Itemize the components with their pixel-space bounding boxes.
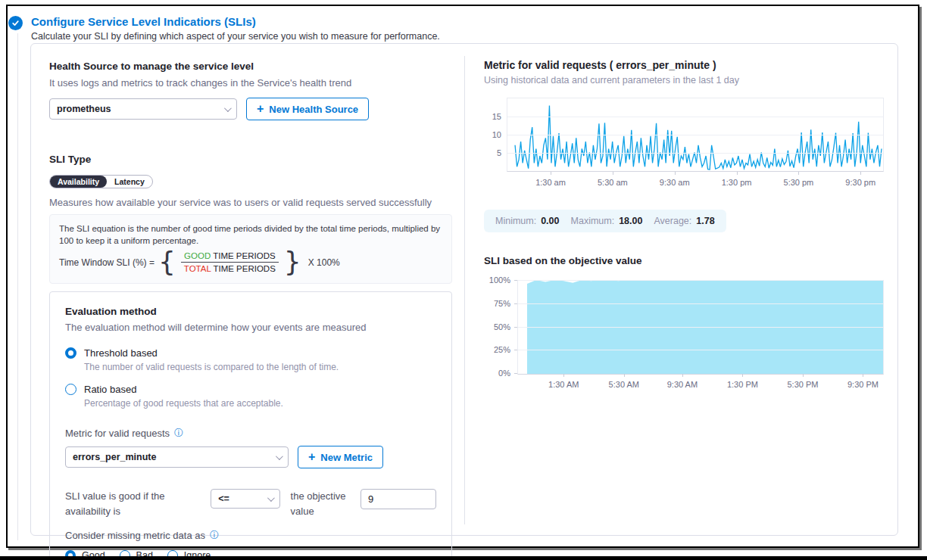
plus-icon: + xyxy=(257,103,264,115)
formula-denominator: TIME PERIODS xyxy=(213,264,275,273)
threshold-based-description: The number of valid requests is compared… xyxy=(84,362,436,372)
formula-suffix: X 100% xyxy=(308,257,340,268)
sli-type-label: SLI Type xyxy=(49,154,452,165)
y-axis-tick-label: 10 xyxy=(483,130,501,139)
threshold-based-label: Threshold based xyxy=(84,347,158,359)
step-complete-check-icon xyxy=(8,16,23,30)
y-axis-tick-label: 15 xyxy=(483,112,501,121)
evaluation-method-box: Evaluation method The evaluation method … xyxy=(49,291,452,560)
config-column: Health Source to manage the service leve… xyxy=(49,61,452,560)
stat-avg-value: 1.78 xyxy=(696,216,714,226)
ratio-based-label: Ratio based xyxy=(84,384,136,395)
page-title: Configure Service Level Indicatiors (SLI… xyxy=(31,15,256,28)
metric-selected-value: errors_per_minute xyxy=(73,452,156,462)
sli-objective-chart: 100%75%50%25%0%1:30 AM5:30 AM9:30 AM1:30… xyxy=(517,280,884,394)
x-axis-tick-label: 5:30 AM xyxy=(609,380,639,389)
info-icon[interactable]: ⓘ xyxy=(210,529,219,542)
sli-chart-plot[interactable]: 100%75%50%25%0%1:30 AM5:30 AM9:30 AM1:30… xyxy=(517,280,884,375)
stat-max-value: 18.00 xyxy=(619,216,642,226)
x-axis-tick-label: 9:30 PM xyxy=(847,380,879,389)
sli-equation-formula: Time Window SLI (%) = { GOOD TIME PERIOD… xyxy=(59,250,442,274)
x-axis-tick-label: 9:30 am xyxy=(660,178,690,187)
column-divider xyxy=(464,56,465,524)
sli-condition-middle: the objective value xyxy=(291,489,350,519)
new-metric-button[interactable]: + New Metric xyxy=(298,446,383,468)
x-axis-tick-label: 9:30 pm xyxy=(845,178,876,187)
health-source-selected-value: prometheus xyxy=(57,104,111,114)
operator-select[interactable]: <= xyxy=(211,489,279,509)
sli-type-description: Measures how available your service was … xyxy=(49,197,452,208)
x-axis-tick-label: 9:30 AM xyxy=(667,380,698,389)
ratio-based-description: Percentage of good requests that are acc… xyxy=(84,398,436,409)
right-brace: } xyxy=(284,251,301,273)
sli-type-toggle: Availability Latency xyxy=(49,175,153,188)
new-health-source-button[interactable]: + New Health Source xyxy=(246,98,369,120)
chevron-down-icon xyxy=(267,494,275,502)
plus-icon: + xyxy=(308,451,315,463)
metric-valid-requests-label: Metric for valid requests xyxy=(65,428,170,439)
health-source-select[interactable]: prometheus xyxy=(49,98,237,120)
formula-prefix: Time Window SLI (%) = xyxy=(59,257,154,268)
stepper-rail xyxy=(17,33,18,540)
info-icon[interactable]: ⓘ xyxy=(174,427,183,440)
sli-chart-title: SLI based on the objective value xyxy=(484,255,884,266)
evaluation-method-description: The evaluation method will determine how… xyxy=(65,322,436,333)
page-subtitle: Calculate your SLI by defining which asp… xyxy=(31,31,440,42)
chevron-down-icon xyxy=(276,453,283,460)
x-axis-tick-label: 1:30 PM xyxy=(727,380,758,389)
preview-column: Metric for valid requests ( errors_per_m… xyxy=(484,59,884,394)
app-window: Configure Service Level Indicatiors (SLI… xyxy=(6,5,919,548)
sli-config-card: Health Source to manage the service leve… xyxy=(30,43,898,536)
y-axis-tick-label: 75% xyxy=(483,299,510,308)
y-axis-tick-label: 5 xyxy=(483,148,501,157)
x-axis-tick-label: 1:30 AM xyxy=(548,380,579,389)
y-axis-tick-label: 25% xyxy=(483,345,510,354)
y-axis-tick-label: 50% xyxy=(483,322,510,331)
new-health-source-label: New Health Source xyxy=(269,104,358,115)
metric-select[interactable]: errors_per_minute xyxy=(65,446,289,468)
metric-chart-subtitle: Using historical data and current parame… xyxy=(484,75,884,86)
formula-numerator: TIME PERIODS xyxy=(213,251,275,260)
radio-threshold-based[interactable] xyxy=(65,347,76,359)
chevron-down-icon xyxy=(224,104,232,112)
x-axis-tick-label: 1:30 am xyxy=(535,178,566,187)
sli-type-option-latency[interactable]: Latency xyxy=(107,176,152,188)
x-axis-tick-label: 5:30 pm xyxy=(784,178,814,187)
x-axis-tick-label: 1:30 pm xyxy=(722,178,752,187)
formula-good: GOOD xyxy=(184,251,211,260)
operator-selected-value: <= xyxy=(218,493,229,504)
new-metric-label: New Metric xyxy=(320,452,373,463)
metric-chart-title: Metric for valid requests ( errors_per_m… xyxy=(484,59,884,71)
y-axis-tick-label: 100% xyxy=(483,275,510,285)
objective-value-input[interactable] xyxy=(360,489,436,509)
sli-type-option-availability[interactable]: Availability xyxy=(50,176,107,188)
stat-avg-label: Average: xyxy=(654,216,691,226)
x-axis-tick-label: 5:30 PM xyxy=(787,380,818,389)
formula-total: TOTAL xyxy=(184,264,211,273)
y-axis-tick-label: 0% xyxy=(483,369,510,378)
sli-equation-box: The SLI equation is the number of good t… xyxy=(49,214,452,284)
x-axis-tick-label: 5:30 am xyxy=(598,178,628,187)
missing-data-label: Consider missing metric data as xyxy=(65,530,205,541)
radio-ratio-based[interactable] xyxy=(65,384,76,395)
metric-chart-plot[interactable]: 510151:30 am5:30 am9:30 am1:30 pm5:30 pm… xyxy=(507,98,884,172)
stat-min-value: 0.00 xyxy=(541,216,559,226)
screen-bottom-edge xyxy=(0,556,927,560)
evaluation-method-title: Evaluation method xyxy=(65,306,436,317)
health-source-label: Health Source to manage the service leve… xyxy=(49,61,452,72)
metric-stats-badge: Minimum:0.00 Maximum:18.00 Average:1.78 xyxy=(484,210,726,232)
left-brace: { xyxy=(158,251,176,273)
stat-min-label: Minimum: xyxy=(495,216,536,226)
health-source-description: It uses logs and metrics to track change… xyxy=(49,77,452,89)
stat-max-label: Maximum: xyxy=(571,216,615,226)
metric-chart: 510151:30 am5:30 am9:30 am1:30 pm5:30 pm… xyxy=(507,98,884,191)
formula-fraction: GOOD TIME PERIODS TOTAL TIME PERIODS xyxy=(179,250,280,274)
sli-condition-prefix: SLI value is good if the availability is xyxy=(65,489,200,519)
sli-equation-text: The SLI equation is the number of good t… xyxy=(59,222,442,247)
